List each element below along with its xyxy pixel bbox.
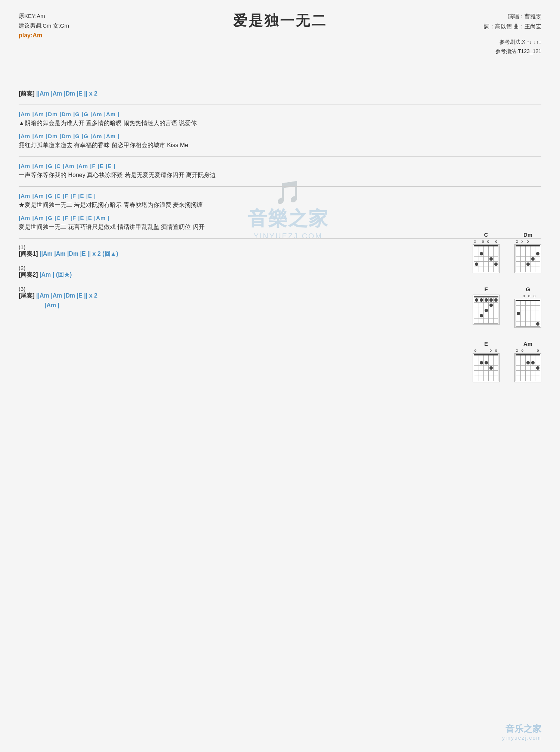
interlude1-num: (1) — [19, 244, 541, 250]
verse1-lyric-line1: ▲阴暗的舞会是为谁人开 置多情的暗暝 闹热热情迷人的言语 说爱你 — [19, 119, 541, 128]
interlude2-line: [间奏2] |Am | (回★) — [19, 271, 541, 279]
interlude2-section: (2) [间奏2] |Am | (回★) — [19, 265, 541, 279]
strum1: 参考刷法:X ↑↓ ↓↑↓ — [495, 37, 541, 47]
verse1-chord-line2: |Am |Am |Dm |Dm |G |G |Am |Am | — [19, 132, 541, 140]
chorus-lyric-line2: 爱是世间独一无二 花言巧语只是做戏 情话讲甲乱乱坠 痴情置叨位 闪开 — [19, 223, 541, 231]
divider1 — [19, 105, 541, 105]
divider4 — [19, 238, 541, 239]
interlude3-num: (3) — [19, 286, 541, 292]
chord-diagram-E: E ooo — [473, 341, 500, 384]
chorus-chord-line1: |Am |Am |G |C |F |F |E |E | — [19, 192, 541, 200]
outro-line2: |Am | — [19, 302, 541, 309]
interlude1-bracket: [间奏1] — [19, 251, 40, 257]
chord-name-Am: Am — [514, 341, 541, 347]
interlude1-line: [间奏1] ||Am |Am |Dm |E || x 2 (回▲) — [19, 250, 541, 258]
suggest-key: 建议男调:Cm 女:Gm — [19, 21, 69, 31]
chord-grid-Am — [514, 353, 541, 382]
interlude2-num: (2) — [19, 265, 541, 271]
verse1-chord-line1: |Am |Am |Dm |Dm |G |G |Am |Am | — [19, 110, 541, 118]
chorus-chord-line2: |Am |Am |G |C |F |F |E |E |Am | — [19, 214, 541, 222]
verse1-lyric-line2: 霓红灯孤单迤来迤去 有幸福的香味 留恋甲你相会的城市 Kiss Me — [19, 141, 541, 150]
outro-section: (3) [尾奏] ||Am |Am |Dm |E || x 2 |Am | — [19, 286, 541, 309]
intro-chords: ||Am |Am |Dm |E || x 2 — [36, 90, 97, 97]
outro-chords2: |Am | — [45, 302, 59, 308]
verse1-section: |Am |Am |Dm |Dm |G |G |Am |Am | ▲阴暗的舞会是为… — [19, 110, 541, 150]
interlude1-section: (1) [间奏1] ||Am |Am |Dm |E || x 2 (回▲) — [19, 244, 541, 258]
chord-diagram-Am: Am xoo — [514, 341, 541, 384]
outro-chords1: ||Am |Am |Dm |E || x 2 — [36, 292, 97, 299]
footer-url: yinyuezj.com — [502, 735, 541, 741]
interlude2-chords: |Am | (回★) — [40, 271, 72, 278]
divider2 — [19, 156, 541, 157]
prechorus-chord-line: |Am |Am |G |C |Am |Am |F |E |E | — [19, 162, 541, 170]
play-key: play:Am — [19, 30, 69, 40]
singer-label: 演唱：曹雅雯 — [484, 11, 541, 21]
strum2: 参考指法:T123_121 — [495, 47, 541, 56]
interlude2-bracket: [间奏2] — [19, 271, 40, 278]
chord-grid-E — [473, 353, 500, 382]
meta-right: 演唱：曹雅雯 詞：高以德 曲：王尚宏 — [484, 11, 541, 31]
divider3 — [19, 186, 541, 187]
prechorus-section: |Am |Am |G |C |Am |Am |F |E |E | 一声等你等你我… — [19, 162, 541, 180]
prechorus-lyric-line: 一声等你等你我的 Honey 真心袂冻怀疑 若是无爱无爱请你闪开 离开阮身边 — [19, 171, 541, 180]
outro-line1: [尾奏] ||Am |Am |Dm |E || x 2 — [19, 292, 541, 300]
page-title: 爱是独一无二 — [19, 11, 541, 30]
chorus-section: |Am |Am |G |C |F |F |E |E | ★爱是世间独一无二 若是… — [19, 192, 541, 231]
footer-text: 音乐之家 — [502, 723, 541, 735]
chorus-lyric-line1: ★爱是世间独一无二 若是对阮搁有暗示 青春袂堪为你浪费 麦来搁搁缠 — [19, 201, 541, 209]
intro-section: [前奏] ||Am |Am |Dm |E || x 2 — [19, 90, 541, 98]
intro-line: [前奏] ||Am |Am |Dm |E || x 2 — [19, 90, 541, 98]
lyricist-label: 詞：高以德 曲：王尚宏 — [484, 21, 541, 31]
footer-watermark: 音乐之家 yinyuezj.com — [502, 723, 541, 741]
page: 原KEY:Am 建议男调:Cm 女:Gm play:Am 爱是独一无二 演唱：曹… — [0, 0, 560, 752]
intro-bracket: [前奏] — [19, 90, 36, 97]
interlude1-chords: ||Am |Am |Dm |E || x 2 (回▲) — [40, 251, 118, 257]
strum-info: 参考刷法:X ↑↓ ↓↑↓ 参考指法:T123_121 — [495, 37, 541, 56]
main-content: [前奏] ||Am |Am |Dm |E || x 2 |Am |Am |Dm … — [19, 90, 541, 309]
original-key: 原KEY:Am — [19, 11, 69, 21]
chord-name-E: E — [473, 341, 500, 347]
outro-bracket: [尾奏] — [19, 292, 36, 299]
meta-left: 原KEY:Am 建议男调:Cm 女:Gm play:Am — [19, 11, 69, 40]
